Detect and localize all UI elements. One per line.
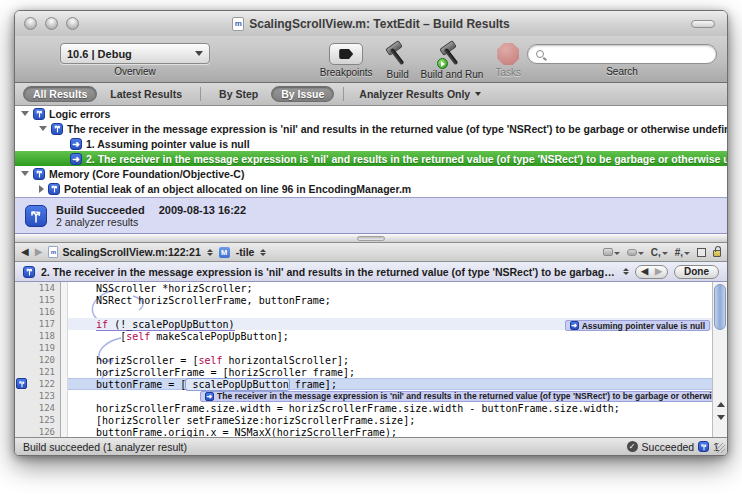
code-line[interactable]: 121 horizScrollerFrame = [horizScroller …	[15, 366, 712, 378]
pane-splitter[interactable]	[15, 234, 727, 243]
disclosure-triangle-icon[interactable]	[21, 111, 29, 116]
editor-nav-bar: ◀ ▶ m ScalingScrollView.m:122:21 M -tile…	[15, 243, 727, 262]
line-number[interactable]: 121	[15, 366, 61, 378]
code-line[interactable]: 124 horizScrollerFrame.size.width = hori…	[15, 402, 712, 414]
result-row[interactable]: Logic errors	[15, 106, 727, 121]
focus-ribbon	[61, 306, 68, 318]
vertical-scrollbar[interactable]	[712, 282, 727, 437]
done-button[interactable]: Done	[674, 265, 719, 279]
code-text: [horizScroller setFrameSize:horizScrolle…	[68, 415, 415, 426]
code-pane[interactable]: 114 NSScroller *horizScroller;115 NSRect…	[15, 282, 712, 437]
build-and-run-button[interactable]: Build and Run	[421, 41, 484, 80]
search-field[interactable]	[527, 44, 717, 64]
focus-ribbon	[61, 378, 68, 390]
focus-ribbon	[61, 426, 68, 437]
window-title-text: ScalingScrollView.m: TextEdit – Build Re…	[249, 17, 510, 31]
code-line[interactable]: 116	[15, 306, 712, 318]
line-number[interactable]: 116	[15, 306, 61, 318]
file-popup[interactable]: m ScalingScrollView.m:122:21	[48, 246, 212, 258]
step-arrow-icon: ➜	[70, 138, 82, 150]
scroll-up-button[interactable]	[713, 398, 727, 411]
line-number[interactable]: 125	[15, 414, 61, 426]
minimize-button[interactable]	[45, 17, 58, 30]
build-status-title: Build Succeeded	[56, 204, 145, 216]
result-row[interactable]: The receiver in the message expression i…	[15, 121, 727, 136]
line-number[interactable]: 114	[15, 282, 61, 294]
analyzer-gutter-icon[interactable]	[16, 378, 27, 389]
overview-popup[interactable]: 10.6 | Debug	[60, 43, 210, 64]
resize-grip[interactable]	[715, 443, 725, 453]
line-number[interactable]: 120	[15, 354, 61, 366]
history-back-button[interactable]: ◀	[21, 247, 29, 257]
line-number[interactable]: 124	[15, 402, 61, 414]
search-input[interactable]	[548, 48, 708, 60]
chevron-down-icon	[475, 92, 481, 96]
disclosure-triangle-icon[interactable]	[39, 126, 47, 131]
zoom-button[interactable]	[66, 17, 79, 30]
filter-all-results[interactable]: All Results	[23, 86, 97, 102]
breakpoints-button[interactable]: Breakpoints	[320, 41, 373, 78]
file-icon: m	[48, 246, 58, 258]
result-row[interactable]: ➜2. The receiver in the message expressi…	[15, 151, 727, 166]
focus-ribbon	[61, 294, 68, 306]
breakpoints-icon	[329, 43, 363, 65]
line-number[interactable]: 118	[15, 330, 61, 342]
result-row[interactable]: Potential leak of an object allocated on…	[15, 181, 727, 196]
includes-menu-button[interactable]: #,	[675, 247, 690, 258]
toolbar-toggle-pill[interactable]	[691, 20, 715, 28]
next-issue-button[interactable]: ▶	[655, 267, 662, 276]
breakpoints-menu-button[interactable]	[627, 249, 644, 256]
issue-nav-buttons[interactable]: ◀ ▶	[635, 265, 668, 279]
splitter-handle[interactable]	[357, 236, 385, 241]
stop-sign-icon	[497, 43, 519, 65]
succeeded-label: Succeeded	[642, 441, 695, 453]
code-line[interactable]: 123➜The receiver in the message expressi…	[15, 390, 712, 402]
inline-analyzer-note: ➜ Assuming pointer value is null	[565, 320, 710, 331]
title-bar[interactable]: m ScalingScrollView.m: TextEdit – Build …	[15, 11, 727, 36]
analyzer-icon	[33, 168, 45, 180]
history-forward-button[interactable]: ▶	[35, 247, 43, 257]
result-row[interactable]: ➜1. Assuming pointer value is null	[15, 136, 727, 151]
scrollbar-thumb[interactable]	[714, 284, 726, 330]
line-number[interactable]: 117	[15, 318, 61, 330]
line-number[interactable]: 119	[15, 342, 61, 354]
analyzer-results-only-menu[interactable]: Analyzer Results Only	[353, 87, 487, 101]
result-row[interactable]: Memory (Core Foundation/Objective-C)	[15, 166, 727, 181]
hammer-icon	[383, 41, 413, 67]
duplicate-icon[interactable]	[697, 248, 706, 257]
document-icon: m	[232, 17, 244, 31]
code-line[interactable]: 119	[15, 342, 712, 354]
result-row-text: Logic errors	[49, 108, 110, 120]
counterpart-menu-button[interactable]: C,	[651, 247, 668, 258]
code-text: horizScrollerFrame.size.width = horizScr…	[68, 403, 620, 414]
line-number[interactable]: 123	[15, 390, 61, 402]
line-number[interactable]: 115	[15, 294, 61, 306]
code-line[interactable]: 115 NSRect horizScrollerFrame, buttonFra…	[15, 294, 712, 306]
result-row-text: 1. Assuming pointer value is null	[86, 138, 250, 150]
step-arrow-icon: ➜	[205, 392, 214, 401]
analyzer-icon[interactable]	[698, 441, 709, 452]
code-line[interactable]: 126 buttonFrame.origin.x = NSMaxX(horizS…	[15, 426, 712, 437]
filter-by-step[interactable]: By Step	[210, 87, 267, 101]
line-number[interactable]: 122	[15, 378, 61, 390]
build-succeeded-panel[interactable]: Build Succeeded 2009-08-13 16:22 2 analy…	[15, 197, 727, 234]
lock-icon[interactable]	[713, 250, 721, 257]
code-line[interactable]: 122 buttonFrame = [_scalePopUpButton fra…	[15, 378, 712, 390]
filter-by-issue[interactable]: By Issue	[271, 86, 334, 102]
disclosure-triangle-icon[interactable]	[21, 171, 29, 176]
symbol-popup[interactable]: -tile	[236, 246, 267, 258]
code-line[interactable]: 118 [self makeScalePopUpButton];	[15, 330, 712, 342]
code-line[interactable]: 125 [horizScroller setFrameSize:horizScr…	[15, 414, 712, 426]
scroll-down-button[interactable]	[713, 411, 727, 424]
previous-issue-button[interactable]: ◀	[641, 267, 648, 276]
filter-latest-results[interactable]: Latest Results	[101, 87, 191, 101]
code-text: horizScrollerFrame = [horizScroller fram…	[68, 367, 355, 378]
disclosure-triangle-icon[interactable]	[39, 185, 44, 193]
code-line[interactable]: 114 NSScroller *horizScroller;	[15, 282, 712, 294]
line-number[interactable]: 126	[15, 426, 61, 437]
close-button[interactable]	[24, 17, 37, 30]
bookmarks-menu-button[interactable]	[603, 248, 620, 256]
popup-arrows-icon	[207, 249, 213, 256]
code-line[interactable]: 120 horizScroller = [self horizontalScro…	[15, 354, 712, 366]
build-button[interactable]: Build	[383, 41, 413, 80]
